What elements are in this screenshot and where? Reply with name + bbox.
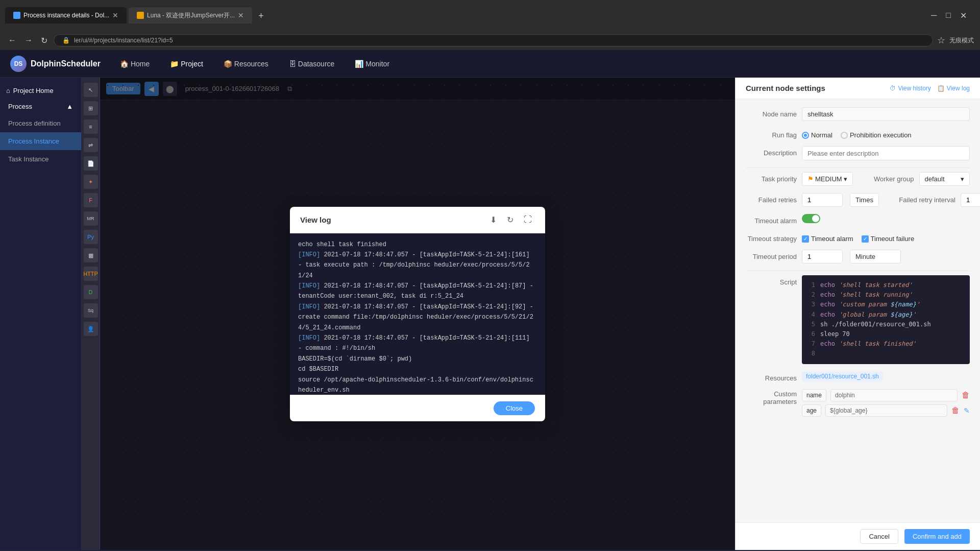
reload-btn[interactable]: ↻ [39, 34, 50, 47]
modal-overlay: View log ⬇ ↻ ⛶ echo shell task finished … [100, 78, 735, 550]
worker-group-label: Worker group [863, 172, 914, 183]
icon-panel-file[interactable]: 📄 [84, 156, 98, 171]
nav-project[interactable]: 📁 Project [166, 57, 207, 71]
address-bar[interactable]: 🔒 ler/ui/#/projects/instance/list/21?id=… [54, 34, 933, 46]
view-log-btn[interactable]: 📋 View log [937, 85, 970, 92]
window-close-btn[interactable]: ✕ [957, 10, 970, 21]
param-value-1: dolphin [830, 389, 958, 401]
description-input[interactable] [802, 146, 970, 160]
modal-title: View log [300, 215, 331, 224]
view-history-btn[interactable]: ⏱ View history [890, 85, 930, 92]
sidebar-item-process-definition[interactable]: Process definition [0, 114, 81, 132]
icon-panel-python[interactable]: Py [84, 230, 98, 244]
icon-panel-datax[interactable]: D [84, 285, 98, 299]
radio-prohibition-label: Prohibition execution [850, 131, 912, 139]
user-mode: 无痕模式 [949, 36, 974, 45]
priority-worker-row: Task priority ⚑ MEDIUM ▾ Worker group de… [746, 172, 970, 186]
param-delete-1[interactable]: 🗑 [962, 391, 970, 400]
nav-datasource[interactable]: 🗄 Datasource [285, 57, 339, 71]
timeout-alarm-label: Timeout alarm [746, 214, 797, 225]
script-line-3: 3 echo 'custom param ${name}' [807, 300, 965, 309]
maximize-btn[interactable]: □ [943, 10, 954, 21]
params-table: name dolphin 🗑 age ${global_age} 🗑 ✎ [802, 389, 970, 420]
icon-panel: ↖ ⊞ ≡ ⇌ 📄 ✦ F MR Py ▦ HTTP D Sq 👤 [82, 78, 100, 550]
param-delete-2[interactable]: 🗑 [951, 406, 960, 415]
sidebar-item-task-instance[interactable]: Task Instance [0, 150, 81, 168]
nav-monitor[interactable]: 📊 Monitor [351, 57, 394, 71]
timeout-failure-checkbox [862, 235, 869, 243]
script-editor[interactable]: 1 echo 'shell task started' 2 echo 'shel… [802, 275, 970, 364]
cancel-button[interactable]: Cancel [860, 529, 898, 544]
back-btn[interactable]: ← [6, 34, 18, 47]
icon-panel-flow[interactable]: ⇌ [84, 138, 98, 152]
history-icon: ⏱ [890, 85, 896, 92]
modal-download-btn[interactable]: ⬇ [487, 214, 500, 226]
home-icon: 🏠 [120, 60, 129, 68]
tab-close-2[interactable]: ✕ [238, 11, 244, 19]
icon-panel-flink[interactable]: F [84, 193, 98, 207]
icon-panel-mr[interactable]: MR [84, 211, 98, 226]
timeout-failure-check-label: Timeout failure [871, 235, 915, 243]
worker-group-select[interactable]: default ▾ [919, 172, 970, 186]
sidebar-item-process-instance[interactable]: Process Instance [0, 132, 81, 150]
icon-panel-grid[interactable]: ⊞ [84, 101, 98, 115]
nav-monitor-label: Monitor [365, 60, 389, 68]
tab-close-1[interactable]: ✕ [112, 11, 118, 19]
confirm-button[interactable]: Confirm and add [904, 529, 970, 544]
priority-select[interactable]: ⚑ MEDIUM ▾ [802, 172, 853, 186]
nav-resources[interactable]: 📦 Resources [219, 57, 273, 71]
panel-footer: Cancel Confirm and add [736, 522, 980, 550]
failed-retries-input[interactable] [802, 193, 843, 207]
sidebar-process-inst-label: Process Instance [8, 137, 59, 145]
param-name-1: name [802, 389, 826, 401]
timeout-strategy-checks: Timeout alarm Timeout failure [802, 232, 914, 243]
icon-panel-spark[interactable]: ✦ [84, 175, 98, 189]
modal-fullscreen-btn[interactable]: ⛶ [521, 214, 535, 225]
active-tab[interactable]: Process instance details - Dol... ✕ [5, 7, 127, 23]
timeout-toggle[interactable] [802, 214, 820, 223]
modal-close-btn[interactable]: Close [494, 401, 535, 415]
run-flag-label: Run flag [746, 128, 797, 139]
node-name-row: Node name shelltask [746, 107, 970, 121]
icon-panel-http[interactable]: HTTP [84, 267, 98, 281]
icon-panel-table[interactable]: ▦ [84, 248, 98, 262]
sidebar-process-def-label: Process definition [8, 119, 61, 127]
param-row-2: age ${global_age} 🗑 ✎ [802, 404, 970, 417]
timeout-failure-check[interactable]: Timeout failure [862, 235, 915, 243]
radio-prohibition-dot [841, 132, 848, 139]
project-home[interactable]: ⌂ Project Home [0, 83, 81, 99]
view-log-modal: View log ⬇ ↻ ⛶ echo shell task finished … [290, 207, 545, 421]
nav-items: 🏠 Home 📁 Project 📦 Resources 🗄 Datasourc… [116, 57, 394, 71]
icon-panel-user[interactable]: 👤 [84, 322, 98, 336]
icon-panel-sqoop[interactable]: Sq [84, 303, 98, 318]
param-name-2: age [802, 404, 821, 417]
inactive-tab[interactable]: Luna - 双迹使用JumpServer开... ✕ [129, 7, 252, 23]
log-line-1: [INFO] 2021-07-18 17:48:47.057 - [taskAp… [298, 250, 537, 281]
radio-prohibition[interactable]: Prohibition execution [841, 131, 912, 139]
navbar: DS DolphinScheduler 🏠 Home 📁 Project 📦 R… [0, 50, 980, 78]
minimize-btn[interactable]: ─ [928, 10, 940, 21]
modal-refresh-btn[interactable]: ↻ [504, 214, 517, 226]
tab-icon-1 [13, 12, 20, 19]
nav-home[interactable]: 🏠 Home [116, 57, 154, 71]
brand-name: DolphinScheduler [31, 59, 101, 68]
worker-group-value: default [925, 175, 945, 183]
failed-retries-label: Failed retries [746, 193, 797, 204]
resources-list: folder001/resource_001.sh [802, 371, 970, 381]
sidebar: ⌂ Project Home Process ▲ Process definit… [0, 78, 82, 550]
retry-interval-label: Failed retry interval [889, 193, 955, 204]
new-tab-btn[interactable]: + [254, 9, 268, 23]
icon-panel-list[interactable]: ≡ [84, 119, 98, 134]
retry-interval-input[interactable] [961, 193, 980, 207]
timeout-alarm-check[interactable]: Timeout alarm [802, 235, 853, 243]
process-section[interactable]: Process ▲ [0, 99, 81, 114]
timeout-period-unit-label: Minute [855, 253, 875, 260]
param-edit-2[interactable]: ✎ [964, 406, 970, 415]
forward-btn[interactable]: → [22, 34, 35, 47]
radio-normal[interactable]: Normal [802, 131, 832, 139]
script-label: Script [746, 275, 797, 286]
icon-panel-cursor[interactable]: ↖ [84, 83, 98, 97]
node-name-value: shelltask [802, 107, 970, 121]
timeout-period-input[interactable] [802, 250, 843, 263]
priority-label: Task priority [746, 172, 797, 183]
